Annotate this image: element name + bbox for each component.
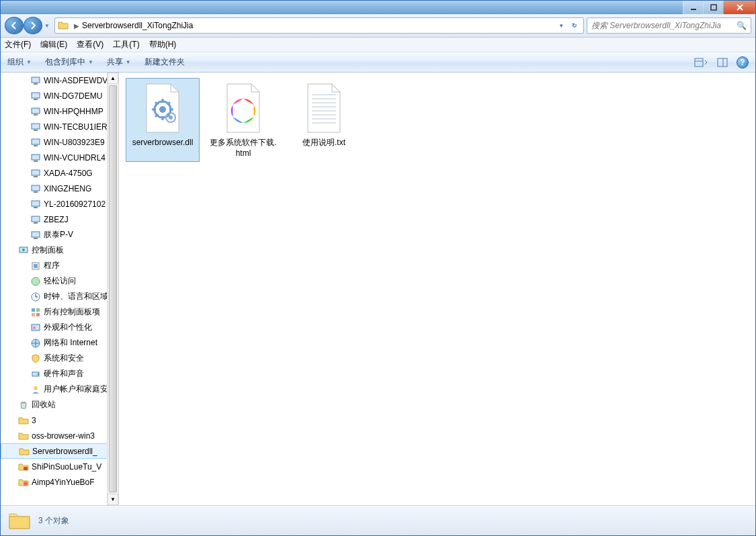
scroll-down-button[interactable]: ▼ <box>108 494 118 505</box>
svg-point-47 <box>34 386 38 390</box>
svg-point-62 <box>169 116 173 120</box>
view-options-button[interactable] <box>694 55 708 70</box>
file-list[interactable]: serverbrowser.dll更多系统软件下载.html使用说明.txt <box>119 73 755 505</box>
tree-item-label: 外观和个性化 <box>44 322 92 333</box>
tree-item[interactable]: WIN-TECBU1IER <box>1 119 118 134</box>
minimize-button[interactable] <box>683 1 703 14</box>
svg-rect-28 <box>32 232 40 237</box>
svg-rect-27 <box>34 222 38 224</box>
back-button[interactable] <box>5 17 24 34</box>
tree-item-icon <box>30 168 41 179</box>
tree-item[interactable]: WIN-ASDFEWDV <box>1 73 118 88</box>
address-dropdown-button[interactable]: ▾ <box>555 19 567 32</box>
tree-item[interactable]: 用户帐户和家庭安 <box>1 382 118 397</box>
tree-item[interactable]: 朕泰P-V <box>1 227 118 242</box>
tree-item-icon <box>30 199 41 210</box>
file-item[interactable]: serverbrowser.dll <box>126 78 200 162</box>
tree-item-label: 所有控制面板项 <box>44 306 100 318</box>
tree-item[interactable]: Aimp4YinYueBoF <box>1 474 118 490</box>
tree-item-label: oss-browser-win3 <box>32 431 95 441</box>
tree-item-label: WIN-HPQHHMP <box>44 107 103 116</box>
svg-point-63 <box>241 108 246 114</box>
tree-item[interactable]: oss-browser-win3 <box>1 428 118 443</box>
tree-item-icon <box>30 106 41 117</box>
tree-item[interactable]: WIN-U803923E9 <box>1 134 118 150</box>
address-bar[interactable]: ▶ Serverbrowserdll_XiTongZhiJia ▾ ↻ <box>54 17 584 34</box>
file-label: 使用说明.txt <box>302 138 345 148</box>
tree-item[interactable]: ShiPinSuoLueTu_V <box>1 459 118 474</box>
svg-point-31 <box>22 249 25 251</box>
tree-item[interactable]: 所有控制面板项 <box>1 304 118 320</box>
close-button[interactable] <box>723 1 755 14</box>
scroll-up-button[interactable]: ▲ <box>108 73 118 84</box>
tree-item-icon <box>18 431 29 441</box>
breadcrumb-folder[interactable]: Serverbrowserdll_XiTongZhiJia <box>82 21 193 30</box>
tree-item[interactable]: 轻松访问 <box>1 273 118 289</box>
address-actions: ▾ ↻ <box>555 19 581 32</box>
file-item[interactable]: 更多系统软件下载.html <box>206 78 280 162</box>
tree-item[interactable]: XADA-4750G <box>1 165 118 181</box>
tree-item-icon <box>18 245 29 256</box>
svg-rect-21 <box>34 176 38 177</box>
tree-item[interactable]: 回收站 <box>1 397 118 412</box>
tree-item-label: WIN-U803923E9 <box>44 138 105 147</box>
svg-rect-18 <box>32 154 40 160</box>
tree-item[interactable]: 外观和个性化 <box>1 320 118 335</box>
tree-item[interactable]: 时钟、语言和区域 <box>1 289 118 304</box>
new-folder-button[interactable]: 新建文件夹 <box>144 56 185 68</box>
maximize-button[interactable] <box>703 1 723 14</box>
organize-button[interactable]: 组织▼ <box>7 56 32 68</box>
share-button[interactable]: 共享▼ <box>107 56 131 68</box>
tree-item-icon <box>30 91 41 101</box>
tree-item-icon <box>30 369 41 379</box>
tree-item[interactable]: 控制面板 <box>1 242 118 258</box>
tree-view[interactable]: WIN-ASDFEWDVWIN-DG7DEMUWIN-HPQHHMPWIN-TE… <box>1 73 118 505</box>
search-input[interactable]: 搜索 Serverbrowserdll_XiTongZhiJia 🔍 <box>587 17 751 34</box>
sidebar-scrollbar[interactable]: ▲ ▼ <box>107 73 118 505</box>
menu-tools[interactable]: 工具(T) <box>113 39 139 50</box>
search-placeholder: 搜索 Serverbrowserdll_XiTongZhiJia <box>591 20 721 32</box>
tree-item[interactable]: 程序 <box>1 258 118 273</box>
file-icon <box>216 81 270 135</box>
tree-item-icon <box>30 75 41 86</box>
tree-item[interactable]: 3 <box>1 412 118 428</box>
svg-rect-11 <box>34 99 38 100</box>
tree-item-icon <box>30 322 41 333</box>
status-text: 3 个对象 <box>38 515 69 527</box>
nav-history-dropdown[interactable]: ▼ <box>42 17 52 34</box>
tree-item-icon <box>30 261 41 271</box>
tree-item-icon <box>30 353 41 364</box>
tree-item-label: 硬件和声音 <box>44 368 84 379</box>
tree-item[interactable]: ZBEZJ <box>1 212 118 227</box>
tree-item-label: WIN-DG7DEMU <box>44 91 102 101</box>
forward-button[interactable] <box>24 17 42 34</box>
tree-item[interactable]: Serverbrowserdll_ <box>1 443 118 459</box>
tree-item[interactable]: XINGZHENG <box>1 181 118 196</box>
scroll-thumb[interactable] <box>109 85 117 492</box>
menu-edit[interactable]: 编辑(E) <box>40 39 67 50</box>
help-button[interactable]: ? <box>737 56 749 69</box>
file-label: serverbrowser.dll <box>132 138 194 148</box>
file-item[interactable]: 使用说明.txt <box>287 78 361 162</box>
svg-rect-42 <box>32 324 40 330</box>
tree-item[interactable]: WIN-HPQHHMP <box>1 103 118 119</box>
refresh-button[interactable]: ↻ <box>569 19 581 32</box>
tree-item-icon <box>18 477 29 488</box>
include-in-library-button[interactable]: 包含到库中▼ <box>45 56 93 68</box>
tree-item-icon <box>30 230 41 240</box>
tree-item[interactable]: WIN-VCUHDRL4 <box>1 150 118 165</box>
tree-item-icon <box>30 137 41 148</box>
tree-item-icon <box>18 461 29 472</box>
tree-item[interactable]: 系统和安全 <box>1 351 118 366</box>
svg-rect-40 <box>32 313 35 316</box>
menu-file[interactable]: 文件(F) <box>5 39 31 50</box>
tree-item[interactable]: 网络和 Internet <box>1 335 118 351</box>
tree-item-icon <box>30 307 41 318</box>
tree-item[interactable]: WIN-DG7DEMU <box>1 88 118 103</box>
menu-help[interactable]: 帮助(H) <box>149 39 177 50</box>
menu-view[interactable]: 查看(V) <box>77 39 103 50</box>
tree-item[interactable]: 硬件和声音 <box>1 366 118 382</box>
tree-item[interactable]: YL-20160927102 <box>1 196 118 212</box>
preview-pane-button[interactable] <box>715 55 730 70</box>
tree-item-label: Aimp4YinYueBoF <box>32 478 95 487</box>
